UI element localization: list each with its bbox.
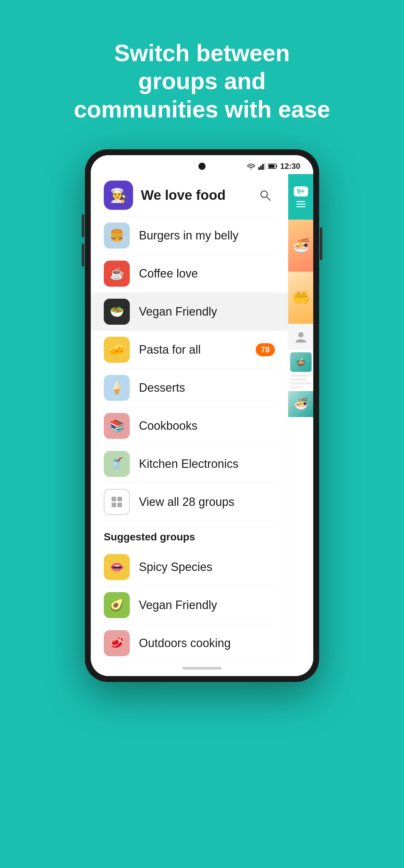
search-icon — [258, 189, 272, 202]
peek-bowl-image: 🍜 — [288, 220, 313, 272]
wifi-icon — [247, 163, 256, 170]
suggested-item-vegan2[interactable]: 🥑 Vegan Friendly — [91, 586, 288, 624]
view-all-icon — [104, 489, 130, 515]
we-love-food-avatar[interactable]: 👨‍🍳 — [104, 181, 133, 210]
menu-line-2 — [296, 204, 305, 205]
group-emoji-burgers: 🍔 — [110, 229, 124, 242]
group-item-vegan[interactable]: 🥗 Vegan Friendly — [91, 293, 288, 331]
group-badge-pasta: 78 — [256, 343, 275, 356]
group-emoji-desserts: 🍦 — [110, 381, 124, 395]
status-icons: 12:30 — [247, 162, 300, 171]
group-item-pasta[interactable]: 🧀 Pasta for all 78 — [91, 331, 288, 369]
menu-lines — [296, 201, 305, 207]
power-button — [320, 227, 322, 260]
suggested-item-outdoors[interactable]: 🥩 Outdoors cooking — [91, 624, 288, 662]
suggested-header: Suggested groups — [91, 521, 288, 548]
hero-line2: groups and — [138, 68, 266, 94]
group-label-cookbooks: Cookbooks — [139, 419, 275, 433]
group-icon-vegan: 🥗 — [104, 299, 130, 325]
suggested-emoji-vegan2: 🥑 — [110, 598, 124, 612]
group-icon-cookbooks: 📚 — [104, 413, 130, 439]
suggested-icon-spicy: 👄 — [104, 554, 130, 580]
group-item-cookbooks[interactable]: 📚 Cookbooks — [91, 407, 288, 445]
svg-rect-5 — [276, 165, 277, 167]
hero-section: Switch between groups and communities wi… — [41, 0, 363, 149]
peek-text-line-1 — [290, 374, 312, 377]
status-time: 12:30 — [280, 162, 300, 171]
suggested-emoji-spicy: 👄 — [110, 560, 124, 574]
menu-line-1 — [296, 201, 305, 202]
suggested-label-outdoors: Outdoors cooking — [139, 637, 275, 650]
group-label-vegan: Vegan Friendly — [139, 305, 275, 318]
group-icon-kitchen: 🥤 — [104, 451, 130, 477]
group-item-desserts[interactable]: 🍦 Desserts — [91, 369, 288, 407]
suggested-label-spicy: Spicy Species — [139, 560, 275, 574]
peek-hands-image: 🤲 — [288, 272, 313, 324]
screen-inner: 👨‍🍳 We love food — [91, 174, 313, 662]
volume-up-button — [82, 214, 84, 237]
svg-rect-0 — [258, 167, 260, 170]
panel-header: 9+ — [288, 174, 313, 220]
group-icon-desserts: 🍦 — [104, 375, 130, 401]
svg-rect-2 — [262, 164, 264, 170]
menu-line-3 — [296, 206, 305, 207]
notification-badge: 9+ — [294, 186, 308, 196]
group-emoji-pasta: 🧀 — [110, 343, 124, 356]
group-list: 🍔 Burgers in my belly ☕ Coffee love 🥗 Ve… — [91, 217, 288, 483]
phone-frame: 12:30 👨‍🍳 We love food — [85, 149, 319, 682]
group-icon-burgers: 🍔 — [104, 222, 130, 249]
svg-rect-12 — [118, 503, 122, 507]
suggested-label-vegan2: Vegan Friendly — [139, 598, 275, 612]
suggested-icon-outdoors: 🥩 — [104, 630, 130, 656]
group-label-desserts: Desserts — [139, 381, 275, 395]
search-button[interactable] — [255, 185, 275, 205]
status-bar: 12:30 — [91, 155, 313, 174]
group-emoji-cookbooks: 📚 — [110, 419, 124, 433]
group-title: We love food — [141, 187, 255, 203]
phone-wrapper: 12:30 👨‍🍳 We love food — [75, 149, 329, 768]
peek-article: 🍲 — [288, 350, 313, 391]
right-peek-panel: 9+ 🍜 🤲 — [288, 174, 313, 662]
camera-notch — [198, 163, 206, 170]
screen-left: 👨‍🍳 We love food — [91, 174, 288, 662]
group-emoji-vegan: 🥗 — [110, 305, 124, 318]
app-header: 👨‍🍳 We love food — [91, 174, 288, 216]
suggested-item-spicy[interactable]: 👄 Spicy Species — [91, 548, 288, 586]
battery-icon — [268, 163, 278, 169]
phone-screen: 12:30 👨‍🍳 We love food — [91, 155, 313, 676]
avatar-emoji: 👨‍🍳 — [110, 187, 127, 203]
group-item-burgers[interactable]: 🍔 Burgers in my belly — [91, 217, 288, 254]
svg-rect-10 — [118, 497, 122, 501]
suggested-emoji-outdoors: 🥩 — [110, 637, 124, 650]
group-label-burgers: Burgers in my belly — [139, 229, 275, 242]
group-label-coffee: Coffee love — [139, 267, 275, 280]
hero-line1: Switch between — [114, 40, 290, 66]
handle-bar — [183, 667, 221, 670]
group-emoji-coffee: ☕ — [110, 267, 124, 280]
volume-down-button — [82, 244, 84, 267]
svg-line-8 — [267, 196, 270, 200]
bottom-handle — [91, 662, 313, 676]
svg-rect-3 — [264, 163, 266, 170]
grid-icon — [110, 495, 123, 508]
suggested-list: 👄 Spicy Species 🥑 Vegan Friendly 🥩 Outdo… — [91, 548, 288, 662]
peek-text-line-4 — [290, 386, 303, 389]
peek-ramen-image: 🍜 — [288, 391, 313, 417]
signal-icon — [258, 163, 266, 170]
view-all-label: View all 28 groups — [139, 495, 275, 509]
view-all-item[interactable]: View all 28 groups — [91, 483, 288, 521]
peek-text-line-2 — [290, 378, 307, 381]
hero-line3: communities with ease — [74, 96, 330, 122]
group-item-kitchen[interactable]: 🥤 Kitchen Electronics — [91, 445, 288, 483]
group-label-pasta: Pasta for all — [139, 343, 256, 356]
group-emoji-kitchen: 🥤 — [110, 457, 124, 471]
peek-person-icon — [288, 324, 313, 350]
group-item-coffee[interactable]: ☕ Coffee love — [91, 255, 288, 292]
svg-rect-9 — [112, 497, 116, 501]
suggested-divider-outdoors — [104, 662, 275, 662]
svg-rect-11 — [112, 503, 116, 507]
hero-text: Switch between groups and communities wi… — [41, 0, 363, 149]
svg-rect-1 — [260, 165, 262, 170]
group-icon-coffee: ☕ — [104, 260, 130, 287]
peek-article-image: 🍲 — [290, 352, 312, 372]
